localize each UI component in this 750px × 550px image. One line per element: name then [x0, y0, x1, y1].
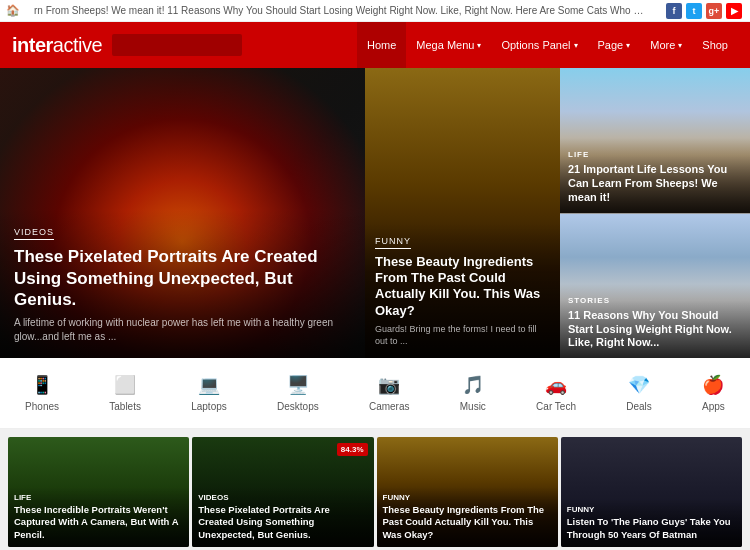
feat-3-tag: FUNNY: [383, 493, 552, 502]
logo-light: active: [53, 34, 102, 56]
tablets-icon: ⬜: [114, 374, 136, 396]
nav-home[interactable]: Home: [357, 22, 406, 68]
hero-right-top-tag: LIFE: [568, 150, 589, 159]
hero-left-title: These Pixelated Portraits Are Created Us…: [14, 246, 351, 310]
nav-options-panel[interactable]: Options Panel ▾: [491, 22, 587, 68]
feat-1-title: These Incredible Portraits Weren't Captu…: [14, 504, 183, 541]
logo-bold: inter: [12, 34, 53, 56]
hero-right-top-title: 21 Important Life Lessons You Can Learn …: [568, 163, 742, 204]
search-input[interactable]: [112, 34, 242, 56]
feat-item-3[interactable]: FUNNY These Beauty Ingredients From The …: [377, 437, 558, 547]
laptops-icon: 💻: [198, 374, 220, 396]
cat-tablets-label: Tablets: [109, 401, 141, 412]
nav-more[interactable]: More ▾: [640, 22, 692, 68]
hero-right-section: LIFE 21 Important Life Lessons You Can L…: [560, 68, 750, 358]
cat-deals-label: Deals: [626, 401, 652, 412]
ticker-social-icons: f t g+ ▶: [658, 3, 750, 19]
apps-icon: 🍎: [702, 374, 724, 396]
cat-desktops[interactable]: 🖥️ Desktops: [269, 370, 327, 416]
cat-music-label: Music: [460, 401, 486, 412]
feat-4-title: Listen To 'The Piano Guys' Take You Thro…: [567, 516, 736, 541]
featured-grid: LIFE These Incredible Portraits Weren't …: [0, 429, 750, 550]
cat-tablets[interactable]: ⬜ Tablets: [101, 370, 149, 416]
hero-left-excerpt: A lifetime of working with nuclear power…: [14, 316, 351, 344]
feat-2-title: These Pixelated Portraits Are Created Us…: [198, 504, 367, 541]
hero-middle-article[interactable]: FUNNY These Beauty Ingredients From The …: [365, 68, 560, 358]
feat-2-badge: 84.3%: [337, 443, 368, 456]
cat-apps[interactable]: 🍎 Apps: [694, 370, 733, 416]
nav-mega-menu[interactable]: Mega Menu ▾: [406, 22, 491, 68]
nav-shop[interactable]: Shop: [692, 22, 738, 68]
phones-icon: 📱: [31, 374, 53, 396]
music-icon: 🎵: [462, 374, 484, 396]
cat-car-tech[interactable]: 🚗 Car Tech: [528, 370, 584, 416]
hero-left-tag: VIDEOS: [14, 227, 54, 240]
hero-left-article[interactable]: VIDEOS These Pixelated Portraits Are Cre…: [0, 68, 365, 358]
hero-right-bottom-title: 11 Reasons Why You Should Start Losing W…: [568, 309, 742, 350]
cameras-icon: 📷: [378, 374, 400, 396]
cat-music[interactable]: 🎵 Music: [452, 370, 494, 416]
feat-item-2[interactable]: 84.3% VIDEOS These Pixelated Portraits A…: [192, 437, 373, 547]
ticker-bar: 🏠 rn From Sheeps! We mean it! 11 Reasons…: [0, 0, 750, 22]
desktops-icon: 🖥️: [287, 374, 309, 396]
cat-laptops[interactable]: 💻 Laptops: [183, 370, 235, 416]
hero-right-bottom-article[interactable]: STORIES 11 Reasons Why You Should Start …: [560, 214, 750, 359]
hero-middle-tag: FUNNY: [375, 236, 411, 249]
ticker-text: rn From Sheeps! We mean it! 11 Reasons W…: [26, 5, 658, 16]
cat-apps-label: Apps: [702, 401, 725, 412]
feat-item-4[interactable]: FUNNY Listen To 'The Piano Guys' Take Yo…: [561, 437, 742, 547]
feat-1-tag: LIFE: [14, 493, 183, 502]
cat-car-tech-label: Car Tech: [536, 401, 576, 412]
feat-4-tag: FUNNY: [567, 505, 736, 514]
hero-right-bottom-tag: STORIES: [568, 296, 610, 305]
site-header: interactive Home Mega Menu ▾ Options Pan…: [0, 22, 750, 68]
cat-cameras[interactable]: 📷 Cameras: [361, 370, 418, 416]
cat-laptops-label: Laptops: [191, 401, 227, 412]
ticker-google-icon[interactable]: g+: [706, 3, 722, 19]
ticker-twitter-icon[interactable]: t: [686, 3, 702, 19]
ticker-youtube-icon[interactable]: ▶: [726, 3, 742, 19]
hero-middle-title: These Beauty Ingredients From The Past C…: [375, 254, 550, 319]
cat-phones-label: Phones: [25, 401, 59, 412]
main-nav: Home Mega Menu ▾ Options Panel ▾ Page ▾ …: [357, 22, 738, 68]
hero-middle-excerpt: Guards! Bring me the forms! I need to fi…: [375, 323, 550, 348]
hero-right-top-article[interactable]: LIFE 21 Important Life Lessons You Can L…: [560, 68, 750, 213]
deals-icon: 💎: [628, 374, 650, 396]
site-logo: interactive: [12, 34, 102, 57]
cat-deals[interactable]: 💎 Deals: [618, 370, 660, 416]
cat-desktops-label: Desktops: [277, 401, 319, 412]
nav-page[interactable]: Page ▾: [588, 22, 641, 68]
categories-bar: 📱 Phones ⬜ Tablets 💻 Laptops 🖥️ Desktops…: [0, 358, 750, 429]
hero-section: VIDEOS These Pixelated Portraits Are Cre…: [0, 68, 750, 358]
cat-cameras-label: Cameras: [369, 401, 410, 412]
ticker-facebook-icon[interactable]: f: [666, 3, 682, 19]
feat-2-tag: VIDEOS: [198, 493, 367, 502]
feat-3-title: These Beauty Ingredients From The Past C…: [383, 504, 552, 541]
feat-item-1[interactable]: LIFE These Incredible Portraits Weren't …: [8, 437, 189, 547]
car-tech-icon: 🚗: [545, 374, 567, 396]
cat-phones[interactable]: 📱 Phones: [17, 370, 67, 416]
